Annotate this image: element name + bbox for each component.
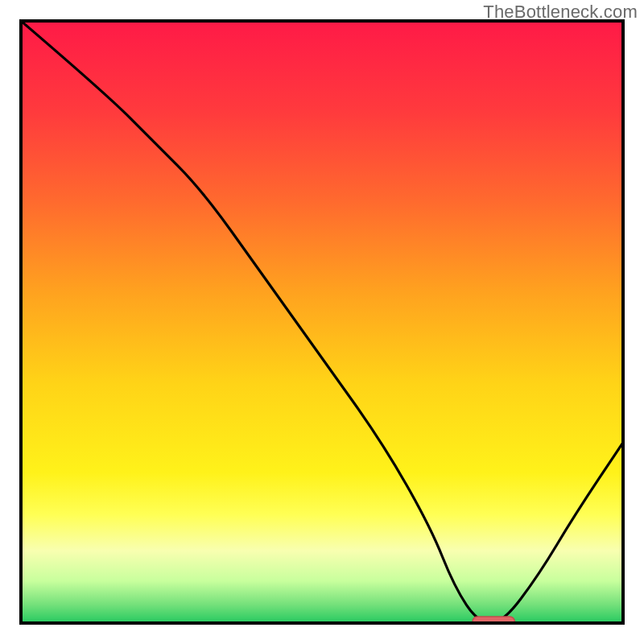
gradient-background bbox=[21, 21, 623, 623]
chart-stage: TheBottleneck.com bbox=[0, 0, 644, 644]
chart-svg bbox=[0, 0, 644, 644]
plot-area bbox=[21, 21, 623, 626]
watermark-text: TheBottleneck.com bbox=[483, 2, 638, 23]
